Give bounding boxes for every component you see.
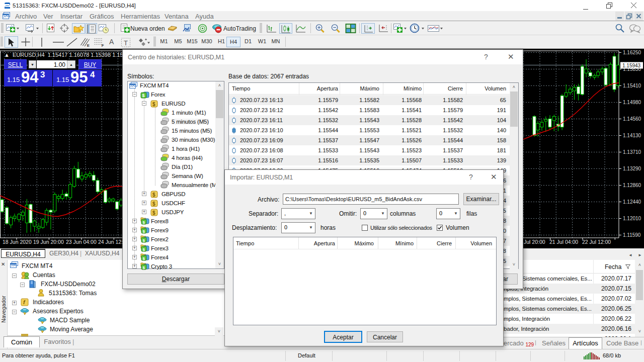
svg-text:1.14560: 1.14560	[623, 116, 641, 122]
svg-text:E: E	[87, 43, 90, 47]
svg-text:1.15410: 1.15410	[623, 83, 641, 88]
svg-text:1.16250: 1.16250	[623, 50, 641, 55]
svg-text:$: $	[143, 247, 145, 252]
svg-text:Jul 20:00: Jul 20:00	[524, 239, 545, 245]
svg-text:1.12860: 1.12860	[623, 183, 641, 188]
svg-text:19 Jun 20:00: 19 Jun 20:00	[33, 239, 64, 245]
svg-text:$: $	[143, 220, 145, 225]
svg-text:F: F	[102, 43, 104, 47]
svg-text:$: $	[152, 192, 155, 198]
svg-text:$: $	[143, 229, 145, 234]
svg-text:$: $	[143, 238, 145, 243]
svg-text:21 Jul 04:00: 21 Jul 04:00	[549, 239, 578, 245]
svg-text:22 Jul 12:00: 22 Jul 12:00	[582, 239, 611, 245]
svg-text:1.11590: 1.11590	[623, 232, 641, 238]
svg-text:1.12010: 1.12010	[623, 216, 641, 221]
svg-text:$: $	[142, 93, 145, 98]
svg-text:1.15943: 1.15943	[622, 63, 641, 68]
svg-text:23 Jun 04:00: 23 Jun 04:00	[66, 239, 97, 245]
svg-text:18 Jun 2020: 18 Jun 2020	[3, 239, 32, 245]
svg-text:T: T	[124, 39, 128, 47]
svg-text:1.12440: 1.12440	[623, 199, 641, 205]
svg-text:1.14130: 1.14130	[623, 133, 641, 138]
svg-text:$: $	[152, 210, 155, 216]
svg-text:$: $	[143, 265, 145, 270]
svg-text:1.14980: 1.14980	[623, 100, 641, 105]
svg-text:1.13290: 1.13290	[623, 166, 641, 171]
svg-text:1.13710: 1.13710	[623, 149, 641, 155]
svg-text:$: $	[143, 256, 145, 261]
svg-text:$: $	[152, 201, 155, 207]
svg-text:$: $	[152, 102, 155, 107]
